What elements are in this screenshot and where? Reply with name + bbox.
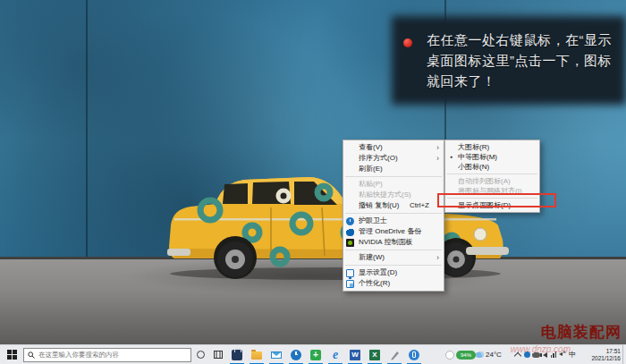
time-label: 17:51 <box>578 348 621 355</box>
annotation-line: 就回来了！ <box>427 71 623 91</box>
menu-item-paste[interactable]: 粘贴(P) <box>343 179 444 190</box>
windows-logo-icon <box>7 350 17 360</box>
taskbar-app-green-cross[interactable]: + <box>306 345 326 364</box>
taskbar-search-box[interactable] <box>23 348 191 362</box>
store-icon <box>232 350 242 360</box>
menu-separator <box>345 250 442 250</box>
menu-separator <box>345 265 442 266</box>
pen-app-icon <box>389 350 400 360</box>
menu-item-view[interactable]: 查看(V) <box>343 142 444 153</box>
green-cross-app-icon: + <box>310 350 321 360</box>
taskbar-app-phone-companion[interactable] <box>404 345 424 364</box>
menu-item-eye-guard[interactable]: 护眼卫士 <box>343 216 444 226</box>
shortcut-label: Ctrl+Z <box>410 200 429 211</box>
desktop-context-menu: 查看(V) 排序方式(O) 刷新(E) 粘贴(P) 粘贴快捷方式(S) 撤销 复… <box>343 140 444 292</box>
menu-item-new[interactable]: 新建(W) <box>343 252 444 263</box>
red-marker-icon <box>403 38 412 47</box>
menu-item-undo-copy[interactable]: 撤销 复制(U)Ctrl+Z <box>343 200 444 211</box>
taskbar-clock[interactable]: 17:51 2021/12/16 <box>578 348 622 362</box>
weather-icon <box>476 351 484 358</box>
menu-separator <box>345 213 442 214</box>
taskbar-app-file-explorer[interactable] <box>247 345 266 364</box>
submenu-item-auto-arrange[interactable]: 自动排列图标(A) <box>445 176 539 186</box>
taskbar-app-word[interactable]: W <box>345 345 365 364</box>
taskbar-app-eye-guard[interactable] <box>286 345 306 364</box>
phone-companion-icon <box>409 350 419 360</box>
cortana-icon <box>197 351 205 359</box>
word-icon: W <box>350 350 360 360</box>
weather-widget[interactable]: 24°C <box>476 351 513 359</box>
onedrive-cloud-icon <box>346 228 354 236</box>
menu-item-refresh[interactable]: 刷新(E) <box>343 164 444 174</box>
wall-seam <box>86 0 88 257</box>
battery-widget-dot-icon <box>445 351 454 360</box>
menu-item-paste-shortcut[interactable]: 粘贴快捷方式(S) <box>343 190 444 200</box>
temperature-label: 24°C <box>486 351 502 359</box>
red-highlight-box <box>437 193 556 207</box>
taskbar-app-internet-explorer[interactable]: e <box>326 345 345 364</box>
menu-separator <box>447 174 537 174</box>
date-label: 2021/12/16 <box>578 355 621 362</box>
file-explorer-icon <box>251 351 262 360</box>
submenu-item-large-icons[interactable]: 大图标(R) <box>445 142 539 152</box>
menu-item-personalize[interactable]: 个性化(R) <box>343 278 444 289</box>
site-watermark: 电脑装配网 <box>541 322 622 343</box>
personalize-icon <box>346 280 354 288</box>
url-watermark: www.dnzp.com <box>511 344 571 354</box>
mail-icon <box>271 351 282 359</box>
taskbar-app-store[interactable] <box>227 345 247 364</box>
menu-item-sort-by[interactable]: 排序方式(O) <box>343 153 444 164</box>
annotation-line: 在任意一处右键鼠标，在“显示 <box>427 30 623 50</box>
display-settings-icon <box>346 269 354 277</box>
menu-item-nvidia-control-panel[interactable]: NVIDIA 控制面板 <box>343 237 444 248</box>
submenu-item-small-icons[interactable]: 小图标(N) <box>445 162 539 172</box>
battery-percentage-badge: 94% <box>456 351 476 360</box>
menu-separator <box>345 176 442 177</box>
task-view-button[interactable] <box>209 345 227 364</box>
desktop-screen: 在任意一处右键鼠标，在“显示 桌面图标这里”点击一下，图标 就回来了！ 电脑装配… <box>0 0 626 364</box>
nvidia-icon <box>346 239 354 247</box>
submenu-item-medium-icons[interactable]: 中等图标(M) <box>445 152 539 162</box>
excel-icon: X <box>369 350 380 360</box>
eye-guard-clock-icon <box>291 350 301 360</box>
search-icon <box>28 351 35 359</box>
show-desktop-button[interactable] <box>622 345 626 364</box>
taskbar-app-pen[interactable] <box>385 345 404 364</box>
start-button[interactable] <box>0 345 23 364</box>
search-input[interactable] <box>35 351 187 359</box>
tutorial-annotation: 在任意一处右键鼠标，在“显示 桌面图标这里”点击一下，图标 就回来了！ <box>427 30 623 91</box>
task-view-icon <box>214 351 223 359</box>
taskbar-app-mail[interactable] <box>266 345 286 364</box>
annotation-line: 桌面图标这里”点击一下，图标 <box>427 50 623 71</box>
cortana-button[interactable] <box>191 345 209 364</box>
internet-explorer-icon: e <box>330 350 341 360</box>
eye-guard-clock-icon <box>346 217 354 225</box>
battery-widget[interactable]: 94% <box>445 351 476 360</box>
menu-item-display-settings[interactable]: 显示设置(D) <box>343 267 444 278</box>
taskbar-app-excel[interactable]: X <box>365 345 385 364</box>
menu-item-onedrive-backup[interactable]: 管理 OneDrive 备份 <box>343 226 444 237</box>
